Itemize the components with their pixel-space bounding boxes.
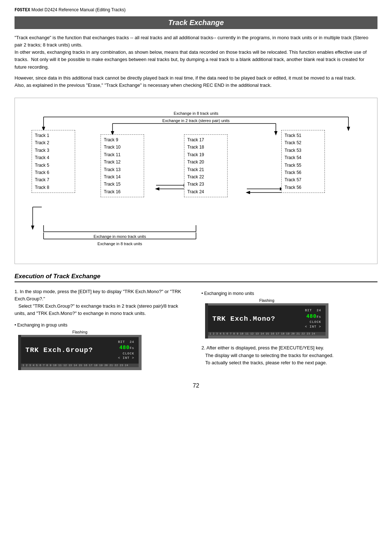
track-group-4: Track 51 Track 52 Track 53 Track 54 Trac… (281, 130, 325, 193)
track-item: Track 1 (35, 132, 72, 139)
device-mono-text: TRK Exch.Mono? (212, 315, 275, 323)
svg-text:Exchange in 8 track units: Exchange in 8 track units (98, 242, 142, 246)
track-item: Track 53 (285, 147, 322, 154)
track-item: Track 3 (35, 147, 72, 154)
flashing-arrow-group: Flashing TRK Exch.Group? BIT 24 480Fs CL… (18, 330, 191, 370)
bullet-group-label: • Exchanging in group units (15, 323, 191, 328)
flashing-label-group: Flashing (18, 330, 142, 334)
track-item: Track 20 (187, 158, 224, 166)
brand-name: FOSTEX (15, 8, 30, 13)
track-item: Track 6 (35, 169, 72, 176)
track-item: Track 21 (187, 166, 224, 173)
track-item: Track 15 (104, 181, 141, 188)
device-side-panel: BIT 24 480Fs CLOCK < INT > (118, 340, 134, 361)
intro-para-2: However, since data in this additional t… (15, 74, 377, 89)
track-item: Track 55 (285, 162, 322, 169)
exec-right-col: • Exchanging in mono units Flashing TRK … (201, 288, 377, 372)
device-left-strip-mono (205, 303, 208, 339)
track-item: Track 52 (285, 139, 322, 146)
page-title: Track Exchange (15, 16, 377, 29)
flashing-arrow-mono: Flashing TRK Exch.Mono? BIT 24 480Fs CLO… (205, 298, 377, 339)
track-group-2: Track 9 Track 10 Track 11 Track 12 Track… (101, 134, 144, 197)
execution-title: Execution of Track Exchange (15, 273, 377, 282)
device-group-text: TRK Exch.Group? (25, 346, 93, 354)
header: FOSTEX Model D2424 Reference Manual (Edi… (15, 7, 377, 13)
track-item: Track 16 (104, 188, 141, 195)
device-group-mockup: TRK Exch.Group? BIT 24 480Fs CLOCK < INT… (18, 335, 142, 370)
track-item: Track 13 (104, 166, 141, 173)
track-item: Track 2 (35, 139, 72, 146)
track-group-3: Track 17 Track 18 Track 19 Track 20 Trac… (184, 134, 228, 197)
track-item: Track 51 (285, 132, 322, 139)
track-item: Track 19 (187, 151, 224, 158)
track-item: Track 56 (285, 169, 322, 176)
track-group-1: Track 1 Track 2 Track 3 Track 4 Track 5 … (32, 130, 75, 193)
step-1-num: 1. (15, 289, 20, 294)
flashing-label-mono: Flashing (205, 298, 328, 303)
svg-text:Exchange in 2 track (stereo pa: Exchange in 2 track (stereo pair) units (162, 118, 230, 123)
header-subtitle: Model D2424 Reference Manual (Editing Tr… (32, 7, 126, 12)
track-item: Track 54 (285, 154, 322, 161)
step-2-num: 2. (201, 345, 207, 351)
track-item: Track 8 (35, 184, 72, 191)
bullet-mono-label: • Exchanging in mono units (201, 291, 377, 296)
device-bottom-track-strip-mono: 1 2 3 4 5 6 7 8 9 10 11 12 13 14 15 16 1… (208, 332, 326, 336)
exec-left-col: 1. In the stop mode, press the [EDIT] ke… (15, 288, 191, 372)
device-bottom-track-strip: 1 2 3 4 5 6 7 8 9 10 11 12 13 14 15 16 1… (21, 364, 139, 367)
device-mono-mockup: TRK Exch.Mono? BIT 24 480Fs CLOCK < INT … (205, 303, 328, 339)
track-item: Track 57 (285, 176, 322, 183)
track-item: Track 5 (35, 162, 72, 169)
track-item: Track 7 (35, 176, 72, 183)
track-item: Track 23 (187, 181, 224, 188)
track-item: Track 14 (104, 173, 141, 181)
device-side-panel-mono: BIT 24 480Fs CLOCK < INT > (305, 308, 321, 329)
track-item: Track 22 (187, 173, 224, 181)
track-item: Track 17 (187, 136, 224, 143)
track-item: Track 9 (104, 136, 141, 143)
svg-text:Exchange in 8 track units: Exchange in 8 track units (174, 111, 219, 116)
track-item: Track 24 (187, 188, 224, 195)
device-left-strip (18, 335, 21, 370)
track-item: Track 18 (187, 143, 224, 151)
track-item: Track 4 (35, 154, 72, 161)
page-number: 72 (15, 382, 377, 389)
track-item: Track 10 (104, 143, 141, 151)
track-exchange-diagram: Exchange in 8 track units Exchange in 2 … (15, 98, 377, 264)
track-item: Track 11 (104, 151, 141, 158)
track-item: Track 12 (104, 158, 141, 166)
step-2: 2. After either is displayed, press the … (201, 344, 377, 366)
svg-text:Exchange in mono track units: Exchange in mono track units (94, 234, 146, 239)
track-item: Track 56 (285, 184, 322, 191)
intro-para-1: "Track exchange" is the function that ex… (15, 34, 377, 71)
step-1: 1. In the stop mode, press the [EDIT] ke… (15, 288, 191, 317)
execution-body: 1. In the stop mode, press the [EDIT] ke… (15, 288, 377, 372)
